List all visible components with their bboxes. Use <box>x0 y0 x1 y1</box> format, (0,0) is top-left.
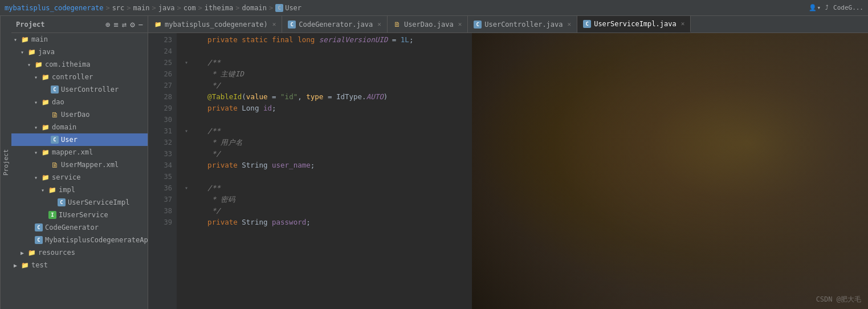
code-content[interactable]: private static final long serialVersionU… <box>177 33 868 309</box>
tree-item-usercontroller[interactable]: C UserController <box>11 83 148 96</box>
main-layout: Project Project ⊕ ≡ ⇄ ⚙ − ▾ 📁 main ▾ 📁 <box>0 16 868 309</box>
label-application: MybatisplusCodegenerateApplication <box>45 236 148 244</box>
ln-28: 28 <box>148 91 172 103</box>
code-line-27: */ <box>182 80 868 91</box>
tree-item-mapper-folder[interactable]: ▾ 📁 mapper.xml <box>11 146 148 158</box>
code-line-31: ▾ /** <box>182 125 868 137</box>
label-dao-folder: dao <box>52 98 64 106</box>
tab-label-userserviceimpl: UserServiceImpl.java <box>594 20 677 28</box>
sep5: > <box>198 4 202 12</box>
line-numbers: 23 24 25 26 27 28 29 30 31 32 33 34 35 3… <box>148 33 177 309</box>
tree-item-iuserservice[interactable]: I IUserService <box>11 209 148 221</box>
ln-35: 35 <box>148 171 172 182</box>
tree-item-test[interactable]: ▶ 📁 test <box>11 259 148 271</box>
ln-29: 29 <box>148 103 172 114</box>
ln-34: 34 <box>148 160 172 171</box>
code-line-36: ▾ /** <box>182 182 868 194</box>
vertical-project-tab[interactable]: Project <box>0 16 11 309</box>
sidebar: Project ⊕ ≡ ⇄ ⚙ − ▾ 📁 main ▾ 📁 java <box>11 16 148 309</box>
settings-icon[interactable]: ⚙ <box>130 20 135 29</box>
arrow-main: ▾ <box>14 36 21 43</box>
sync-icon[interactable]: ⊕ <box>105 20 110 29</box>
close-sidebar-icon[interactable]: − <box>138 20 143 29</box>
sidebar-icons: ⊕ ≡ ⇄ ⚙ − <box>105 20 143 29</box>
tree-item-resources[interactable]: ▶ 📁 resources <box>11 246 148 259</box>
breadcrumb-itheima: itheima <box>205 4 234 12</box>
breadcrumb-project[interactable]: mybatisplus_codegenerate <box>5 4 103 12</box>
xml-icon-usermapper: 🗎 <box>50 160 59 169</box>
class-icon-application: C <box>34 235 43 245</box>
tree-item-java[interactable]: ▾ 📁 java <box>11 46 148 58</box>
interface-icon-iuserservice: I <box>48 210 57 219</box>
tree-item-domain-folder[interactable]: ▾ 📁 domain <box>11 121 148 133</box>
tree-item-userdao[interactable]: 🗎 UserDao <box>11 108 148 121</box>
code-line-26: * 主键ID <box>182 68 868 80</box>
right-toolbar: 👤▾ ⤴ CodeG... <box>809 4 863 11</box>
tab-label-project: mybatisplus_codegenerate) <box>165 21 268 29</box>
fold-25[interactable]: ▾ <box>182 57 190 68</box>
tree-item-controller-folder[interactable]: ▾ 📁 controller <box>11 71 148 83</box>
label-impl-folder: impl <box>59 186 75 194</box>
code-line-24 <box>182 46 868 57</box>
editor-area: 📁 mybatisplus_codegenerate) ✕ C CodeGene… <box>148 16 868 309</box>
tab-userdao[interactable]: 🗎 UserDao.java ✕ <box>388 16 468 32</box>
label-controller-folder: controller <box>52 73 93 81</box>
code-line-32: * 用户名 <box>182 137 868 148</box>
label-mapper-folder: mapper.xml <box>52 148 93 156</box>
breadcrumb: mybatisplus_codegenerate > src > main > … <box>5 4 809 12</box>
sep1: > <box>105 4 109 12</box>
ln-37: 37 <box>148 194 172 205</box>
code-editor[interactable]: 23 24 25 26 27 28 29 30 31 32 33 34 35 3… <box>148 33 868 309</box>
ln-38: 38 <box>148 205 172 217</box>
fold-31[interactable]: ▾ <box>182 125 190 137</box>
breadcrumb-user: User <box>285 4 301 12</box>
class-icon-userserviceimpl: C <box>57 198 66 207</box>
folder-icon-impl: 📁 <box>48 185 57 194</box>
tree-item-dao-folder[interactable]: ▾ 📁 dao <box>11 96 148 108</box>
ln-33: 33 <box>148 148 172 160</box>
vcs-icon: ⤴ <box>825 4 829 11</box>
tab-codegenerator[interactable]: C CodeGenerator.java ✕ <box>282 16 388 32</box>
breadcrumb-src: src <box>112 4 125 12</box>
folder-icon-controller: 📁 <box>41 72 50 82</box>
tree-item-impl-folder[interactable]: ▾ 📁 impl <box>11 184 148 196</box>
tab-close-usercontroller[interactable]: ✕ <box>568 21 572 28</box>
arrow-impl: ▾ <box>41 187 48 193</box>
tab-userserviceimpl[interactable]: C UserServiceImpl.java ✕ <box>577 16 691 32</box>
tree-item-user[interactable]: C User <box>11 133 148 146</box>
folder-icon-service: 📁 <box>41 173 50 182</box>
arrow-service: ▾ <box>34 174 41 181</box>
tab-close-codegen[interactable]: ✕ <box>377 21 381 28</box>
layout-icon[interactable]: ⇄ <box>122 20 127 29</box>
ln-24: 24 <box>148 46 172 57</box>
tab-close-project[interactable]: ✕ <box>272 21 276 28</box>
tab-close-userdao[interactable]: ✕ <box>458 21 462 28</box>
fold-36[interactable]: ▾ <box>182 182 190 194</box>
title-bar: mybatisplus_codegenerate > src > main > … <box>0 0 868 16</box>
label-service-folder: service <box>52 173 81 181</box>
tree-item-com[interactable]: ▾ 📁 com.itheima <box>11 58 148 71</box>
tree-item-codegenerator[interactable]: C CodeGenerator <box>11 221 148 234</box>
class-icon-codegenerator: C <box>34 223 43 232</box>
code-line-25: ▾ /** <box>182 57 868 68</box>
tab-usercontroller[interactable]: C UserController.java ✕ <box>468 16 577 32</box>
code-line-28: @TableId(value = "id", type = IdType.AUT… <box>182 91 868 103</box>
arrow-test: ▶ <box>14 262 21 269</box>
tree-item-service-folder[interactable]: ▾ 📁 service <box>11 171 148 184</box>
class-icon: C <box>275 4 283 12</box>
arrow-controller: ▾ <box>34 74 41 80</box>
sep2: > <box>127 4 131 12</box>
tree-item-userserviceimpl[interactable]: C UserServiceImpl <box>11 196 148 209</box>
tree-item-main[interactable]: ▾ 📁 main <box>11 33 148 46</box>
tree-item-usermapper[interactable]: 🗎 UserMapper.xml <box>11 158 148 171</box>
class-icon-usercontroller: C <box>50 85 59 94</box>
label-user: User <box>61 136 78 144</box>
label-resources: resources <box>38 249 75 257</box>
tab-close-userserviceimpl[interactable]: ✕ <box>681 20 685 27</box>
tab-project[interactable]: 📁 mybatisplus_codegenerate) ✕ <box>148 16 282 32</box>
collapse-all-icon[interactable]: ≡ <box>113 20 118 29</box>
label-iuserservice: IUserService <box>59 211 108 219</box>
breadcrumb-java: java <box>158 4 175 12</box>
tree-item-application[interactable]: C MybatisplusCodegenerateApplication <box>11 234 148 246</box>
arrow-resources: ▶ <box>21 250 27 256</box>
